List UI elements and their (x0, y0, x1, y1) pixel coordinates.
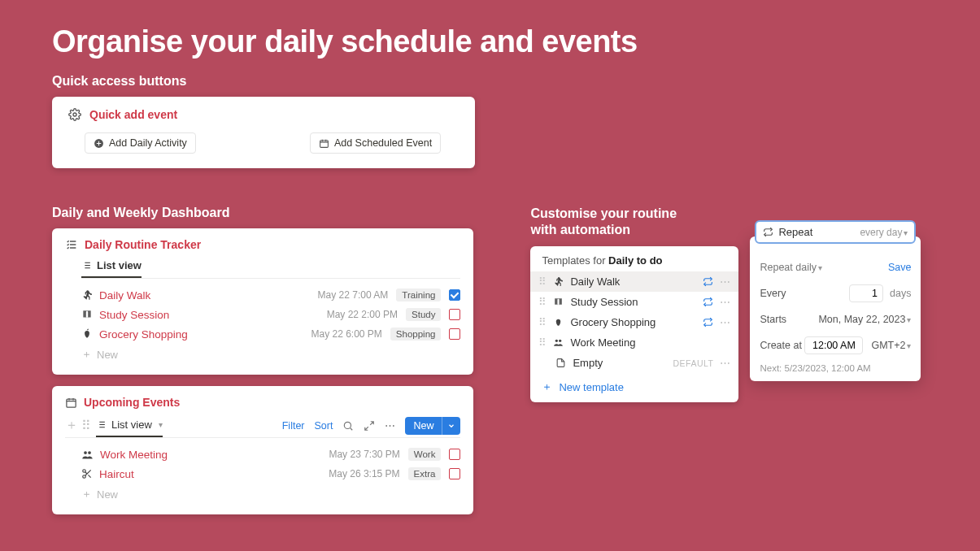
repeat-icon[interactable] (703, 297, 713, 307)
next-occurrence: Next: 5/23/2023, 12:00 AM (760, 360, 911, 373)
drag-handle-icon[interactable]: ⠿ (538, 296, 547, 308)
svg-rect-4 (67, 399, 76, 407)
new-template-button[interactable]: ＋ New template (530, 373, 738, 394)
list-item[interactable]: Haircut May 26 3:15 PM Extra (65, 464, 460, 484)
more-icon[interactable]: ⋯ (720, 276, 730, 288)
template-row[interactable]: ⠿ Study Session ⋯ (530, 292, 738, 312)
svg-rect-2 (320, 140, 329, 147)
add-scheduled-event-button[interactable]: Add Scheduled Event (310, 132, 441, 154)
template-row[interactable]: ⠿ Work Meeting (530, 332, 738, 353)
item-checkbox[interactable] (449, 449, 460, 460)
create-at-label: Create at (760, 340, 801, 351)
svg-point-0 (73, 113, 76, 116)
tab-list-view[interactable]: List view (81, 256, 142, 278)
list-item[interactable]: Grocery Shopping May 22 6:00 PM Shopping (65, 324, 460, 344)
item-title: Study Session (99, 309, 169, 321)
item-time: May 26 3:15 PM (329, 468, 399, 479)
templates-header: Templates for Daily to do (530, 254, 738, 271)
tab-list-view-label: List view (111, 419, 152, 431)
calendar-icon (65, 397, 77, 409)
create-at-input[interactable] (804, 336, 863, 354)
drag-handle-icon[interactable]: ⠿ (81, 418, 91, 433)
expand-icon[interactable] (364, 420, 375, 432)
template-label: Empty (573, 357, 666, 369)
list-item[interactable]: Daily Walk May 22 7:00 AM Training (65, 285, 460, 305)
drag-handle-icon[interactable]: ⠿ (538, 316, 547, 328)
template-row[interactable]: Empty DEFAULT ⋯ (530, 353, 738, 373)
book-icon (553, 297, 564, 307)
list-item[interactable]: Work Meeting May 23 7:30 PM Work (65, 445, 460, 464)
item-checkbox[interactable] (449, 309, 460, 320)
apple-icon (81, 328, 93, 340)
page-title: Organise your daily schedule and events (52, 24, 928, 59)
plus-icon: ＋ (81, 487, 92, 501)
upcoming-events-title: Upcoming Events (84, 396, 180, 409)
repeat-popover: Repeat every day▾ Repeat daily▾ Save Eve… (750, 236, 921, 381)
plus-icon: ＋ (542, 380, 552, 394)
list-icon (81, 260, 92, 271)
timezone-select[interactable]: GMT+2▾ (871, 340, 911, 351)
repeat-mode-select[interactable]: Repeat daily▾ (760, 262, 822, 273)
checklist-icon (65, 238, 78, 251)
search-icon[interactable] (342, 420, 354, 432)
svg-point-11 (555, 340, 558, 342)
every-value-input[interactable] (849, 284, 883, 302)
repeat-summary-pill[interactable]: Repeat every day▾ (755, 220, 916, 244)
plus-icon[interactable]: ＋ (65, 417, 78, 434)
calendar-icon (319, 138, 329, 149)
templates-card: Templates for Daily to do ⠿ Daily Walk ⋯… (530, 246, 738, 402)
new-item-label: New (97, 349, 118, 361)
plus-circle-icon (94, 138, 104, 149)
repeat-pill-value: every day▾ (860, 227, 908, 238)
upcoming-events-card: Upcoming Events ＋ ⠿ List view ▾ (52, 386, 473, 514)
more-icon[interactable]: ⋯ (385, 419, 395, 432)
template-row[interactable]: ⠿ Daily Walk ⋯ (530, 271, 738, 292)
more-icon[interactable]: ⋯ (720, 316, 730, 328)
template-label: Grocery Shopping (570, 316, 696, 328)
filter-button[interactable]: Filter (282, 420, 305, 432)
more-icon[interactable]: ⋯ (720, 296, 730, 308)
template-row[interactable]: ⠿ Grocery Shopping ⋯ (530, 312, 738, 332)
item-checkbox[interactable] (449, 328, 460, 340)
item-title: Haircut (99, 468, 134, 480)
repeat-icon[interactable] (703, 317, 713, 328)
item-time: May 22 6:00 PM (311, 328, 381, 340)
more-icon[interactable]: ⋯ (720, 357, 730, 369)
svg-point-9 (83, 475, 86, 479)
item-time: May 22 7:00 AM (318, 289, 389, 301)
template-label: Daily Walk (570, 276, 696, 288)
sort-button[interactable]: Sort (315, 420, 333, 432)
item-checkbox[interactable] (449, 468, 460, 479)
item-title: Grocery Shopping (99, 328, 188, 341)
drag-handle-icon[interactable]: ⠿ (538, 276, 547, 288)
walk-icon (81, 289, 93, 301)
drag-handle-icon[interactable]: ⠿ (538, 336, 547, 349)
scissors-icon (81, 468, 93, 479)
quick-add-title: Quick add event (89, 108, 177, 121)
add-daily-activity-button[interactable]: Add Daily Activity (85, 132, 196, 154)
repeat-pill-label: Repeat (778, 226, 860, 238)
save-button[interactable]: Save (888, 262, 912, 273)
list-item[interactable]: Study Session May 22 2:00 PM Study (65, 305, 460, 324)
people-icon (553, 337, 564, 348)
tab-list-view[interactable]: List view ▾ (96, 415, 163, 437)
add-daily-activity-label: Add Daily Activity (109, 137, 187, 149)
repeat-icon[interactable] (703, 276, 713, 287)
list-icon (96, 419, 107, 430)
item-tag: Work (408, 448, 442, 461)
template-label: Study Session (570, 296, 696, 308)
quick-add-card: Quick add event Add Daily Activity Add S… (52, 97, 475, 168)
new-item-row[interactable]: ＋ New (65, 484, 460, 501)
plus-icon: ＋ (81, 347, 92, 362)
starts-value[interactable]: Mon, May 22, 2023▾ (818, 314, 911, 325)
new-item-row[interactable]: ＋ New (65, 344, 460, 362)
svg-point-12 (559, 340, 561, 342)
item-checkbox[interactable] (449, 289, 460, 301)
new-button[interactable]: New (405, 417, 442, 435)
book-icon (81, 309, 93, 320)
item-title: Work Meeting (100, 449, 168, 461)
every-label: Every (760, 288, 786, 299)
new-button-dropdown[interactable] (442, 417, 460, 435)
view-toolbar: Filter Sort ⋯ New (282, 417, 461, 435)
item-title: Daily Walk (99, 289, 150, 302)
